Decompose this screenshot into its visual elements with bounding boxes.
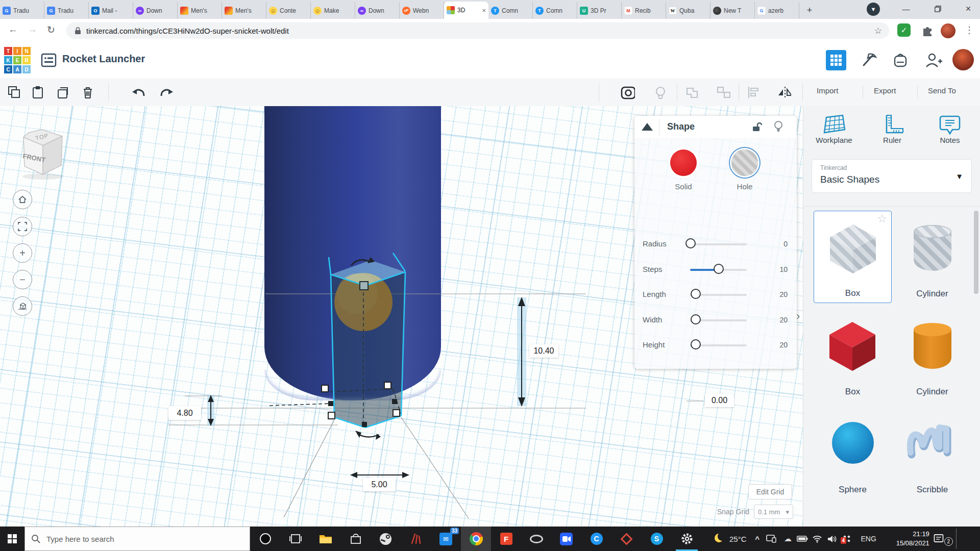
slider-value[interactable]: 20: [765, 290, 788, 298]
taskbar-app-file-explorer[interactable]: [310, 527, 340, 551]
taskbar-app-chrome[interactable]: [461, 527, 491, 551]
rotate-handle-bottom[interactable]: [355, 431, 381, 440]
browser-tab[interactable]: ☺Conte: [266, 2, 311, 19]
taskbar-app-c[interactable]: C: [581, 527, 611, 551]
new-tab-button[interactable]: +: [802, 3, 817, 17]
invite-person-icon[interactable]: [923, 50, 943, 70]
tinkercad-logo[interactable]: T I N K E R C A D: [4, 47, 31, 73]
shape-item-sphere[interactable]: Sphere: [814, 407, 892, 499]
taskbar-app-f[interactable]: F: [491, 527, 521, 551]
taskbar-app-mail[interactable]: ✉ 33: [431, 527, 461, 551]
language-indicator[interactable]: ENG: [861, 535, 876, 543]
undo-icon[interactable]: [131, 85, 145, 99]
fit-view-button[interactable]: [13, 217, 32, 236]
hole-box-left-face[interactable]: [331, 274, 365, 428]
shape-item-box-hole[interactable]: ☆ Box: [814, 211, 892, 303]
sidebar-collapse-handle[interactable]: ›: [796, 310, 807, 323]
volume-icon[interactable]: [827, 535, 841, 543]
account-avatar[interactable]: [952, 49, 974, 70]
blocks-dashboard-button[interactable]: [826, 50, 846, 70]
delete-icon[interactable]: [81, 85, 95, 99]
browser-tab[interactable]: TComn: [533, 2, 577, 19]
onedrive-cloud-icon[interactable]: ☁: [781, 534, 795, 543]
taskbar-app-diamond[interactable]: [611, 527, 642, 551]
slider-thumb[interactable]: [691, 314, 701, 324]
slider-thumb[interactable]: [714, 264, 724, 274]
moon-icon[interactable]: [712, 534, 725, 544]
wifi-icon[interactable]: [812, 535, 825, 543]
grid-apps-icon[interactable]: 4: [843, 535, 856, 543]
browser-tab[interactable]: U3D Pr: [577, 2, 622, 19]
taskbar-app-skype[interactable]: S: [642, 527, 672, 551]
snap-grid-select[interactable]: 0.1 mm ▾: [754, 505, 793, 519]
chevron-up-icon[interactable]: ^: [751, 535, 764, 543]
menu-kebab-icon[interactable]: ⋮: [965, 24, 974, 36]
puzzle-extension-icon[interactable]: [921, 23, 934, 37]
browser-tab[interactable]: cPWebn: [400, 2, 444, 19]
duplicate-icon[interactable]: [56, 85, 70, 99]
adjust-view-icon[interactable]: [621, 85, 635, 99]
browser-tab[interactable]: MRecib: [622, 2, 666, 19]
notification-center-icon[interactable]: 2: [934, 534, 951, 544]
align-icon[interactable]: [746, 85, 761, 99]
redo-icon[interactable]: [159, 85, 174, 99]
taskbar-app-task-view[interactable]: [280, 527, 310, 551]
checker-extension-icon[interactable]: ✓: [897, 23, 911, 37]
slider-value[interactable]: 0: [765, 240, 788, 248]
taskbar-app-video[interactable]: [551, 527, 581, 551]
browser-tab[interactable]: OMail -: [89, 2, 133, 19]
slider-thumb[interactable]: [691, 289, 701, 299]
dimension-offset[interactable]: [207, 395, 214, 426]
slider-thumb[interactable]: [685, 238, 696, 248]
forward-icon[interactable]: →: [28, 24, 37, 35]
backpack-icon[interactable]: [890, 50, 911, 70]
bulb-icon[interactable]: [773, 120, 783, 134]
unlock-icon[interactable]: [751, 121, 762, 133]
cone-icon[interactable]: [641, 121, 654, 133]
ungroup-icon[interactable]: [716, 85, 730, 99]
slider-track[interactable]: [690, 294, 747, 296]
browser-tab[interactable]: GTradu: [44, 2, 89, 19]
design-title[interactable]: Rocket Launcher: [62, 53, 145, 65]
taskbar-app-lens[interactable]: [521, 527, 551, 551]
profile-avatar[interactable]: [941, 23, 955, 38]
taskbar-app-store[interactable]: [340, 527, 371, 551]
taskbar-app-opera[interactable]: [250, 527, 280, 551]
sidebar-scrollbar[interactable]: [974, 211, 978, 294]
browser-tab[interactable]: Men's: [222, 2, 266, 19]
browser-tab[interactable]: Gazerb: [755, 2, 799, 19]
workplane-tool[interactable]: Workplane: [808, 113, 860, 144]
shape-item-cylinder-hole[interactable]: Cylinder: [893, 211, 971, 303]
copy-icon[interactable]: [7, 85, 21, 99]
group-icon[interactable]: [685, 85, 699, 99]
plane-dimension-label[interactable]: 0.00: [705, 394, 734, 407]
zoom-out-button[interactable]: −: [13, 270, 32, 289]
omnibox[interactable]: tinkercad.com/things/cCE3HiNw2dO-super-s…: [66, 22, 889, 39]
slider-value[interactable]: 10: [765, 265, 788, 273]
restore-button[interactable]: [926, 0, 949, 17]
taskbar-app-claw[interactable]: [401, 527, 431, 551]
notes-tool[interactable]: Notes: [924, 113, 975, 144]
refresh-icon[interactable]: ↻: [47, 24, 55, 36]
slider-value[interactable]: 20: [765, 316, 788, 324]
browser-tab[interactable]: TComn: [488, 2, 533, 19]
slider-track[interactable]: [690, 269, 747, 271]
paste-icon[interactable]: [31, 85, 45, 99]
close-window-button[interactable]: ×: [957, 0, 980, 17]
shape-library-dropdown[interactable]: Tinkercad Basic Shapes ▼: [812, 159, 972, 193]
home-view-button[interactable]: [13, 190, 32, 209]
shape-item-cylinder-orange[interactable]: Cylinder: [893, 309, 971, 401]
browser-tab[interactable]: ☺Make: [311, 2, 355, 19]
minimize-button[interactable]: —: [894, 0, 918, 17]
material-solid[interactable]: Solid: [670, 149, 697, 191]
height-dimension-label[interactable]: 10.40: [529, 344, 558, 358]
cast-icon[interactable]: [766, 535, 779, 543]
browser-tab[interactable]: New T: [710, 2, 755, 19]
import-button[interactable]: Import: [817, 86, 839, 95]
weather-temp[interactable]: 25°C: [729, 535, 747, 543]
browser-tab[interactable]: GTradu: [0, 2, 44, 19]
slider-track[interactable]: [690, 319, 747, 321]
browser-tab[interactable]: Men's: [178, 2, 222, 19]
back-icon[interactable]: ←: [8, 24, 18, 35]
taskbar-app-steam[interactable]: [371, 527, 401, 551]
